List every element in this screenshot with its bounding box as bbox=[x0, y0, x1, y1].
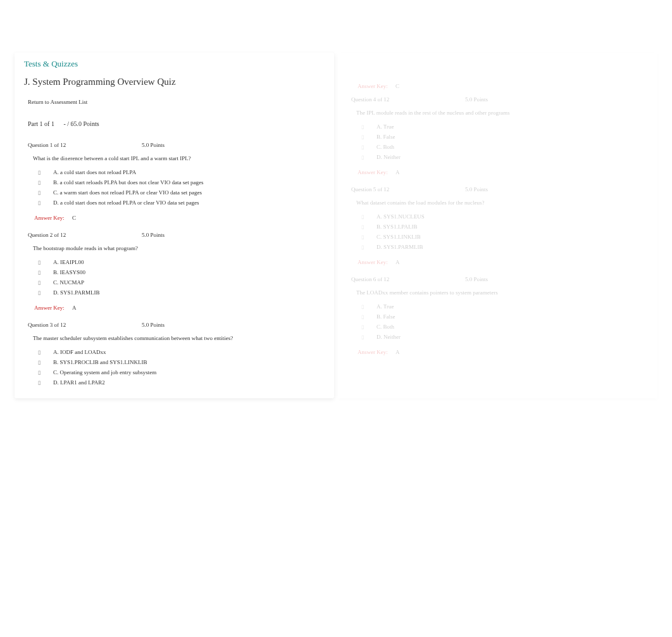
answer-option: ▯B. SYS1.LPALIB bbox=[361, 224, 648, 230]
question-text: The master scheduler subsystem establish… bbox=[24, 335, 325, 341]
answer-text: C. Both bbox=[376, 324, 394, 330]
answer-key-row: Answer Key: C bbox=[347, 78, 648, 92]
answer-option: ▯C. a warm start does not reload PLPA or… bbox=[38, 189, 325, 196]
question-text: The LOADxx member contains pointers to s… bbox=[347, 289, 648, 296]
answer-key-label: Answer Key: bbox=[358, 83, 388, 89]
question-text: What is the di±erence between a cold sta… bbox=[24, 155, 325, 161]
answer-key-value: A bbox=[395, 169, 400, 175]
answer-text: D. Neither bbox=[376, 154, 401, 160]
question-header: Question 2 of 12 5.0 Points bbox=[24, 230, 325, 240]
question-block: Question 6 of 12 5.0 Points The LOADxx m… bbox=[347, 274, 648, 358]
right-page: Answer Key: C Question 4 of 12 5.0 Point… bbox=[338, 53, 657, 398]
bullet-icon: ▯ bbox=[38, 370, 53, 375]
bullet-icon: ▯ bbox=[38, 280, 53, 286]
answer-text: C. a warm start does not reload PLPA or … bbox=[53, 189, 202, 196]
question-text: What dataset contains the load modules f… bbox=[347, 199, 648, 206]
answer-option: ▯C. SYS1.LINKLIB bbox=[361, 234, 648, 240]
bullet-icon: ▯ bbox=[361, 214, 376, 220]
answer-option: ▯D. LPAR1 and LPAR2 bbox=[38, 379, 325, 386]
answer-text: A. SYS1.NUCLEUS bbox=[376, 213, 425, 220]
question-number: Question 1 of 12 bbox=[28, 142, 142, 148]
question-points: 5.0 Points bbox=[142, 232, 165, 238]
quiz-title: J. System Programming Overview Quiz bbox=[24, 77, 325, 87]
answer-option: ▯B. a cold start reloads PLPA but does n… bbox=[38, 179, 325, 186]
bullet-icon: ▯ bbox=[361, 314, 376, 320]
answer-text: B. SYS1.LPALIB bbox=[376, 224, 417, 230]
answer-option: ▯A. IODF and LOADxx bbox=[38, 349, 325, 355]
answer-option: ▯C. NUCMAP bbox=[38, 279, 325, 286]
answer-text: D. a cold start does not reload PLPA or … bbox=[53, 199, 199, 206]
answer-key-label: Answer Key: bbox=[34, 215, 65, 221]
return-assessment-link[interactable]: Return to Assessment List bbox=[24, 96, 91, 108]
question-text: The IPL module reads in the rest of the … bbox=[347, 110, 648, 116]
bullet-icon: ▯ bbox=[38, 260, 53, 265]
answer-key-row: Answer Key: A bbox=[24, 300, 325, 313]
answer-option: ▯A. IEAIPL00 bbox=[38, 259, 325, 265]
answer-option: ▯B. False bbox=[361, 313, 648, 320]
answer-text: A. IEAIPL00 bbox=[53, 259, 84, 265]
answer-option: ▯B. SYS1.PROCLIB and SYS1.LINKLIB bbox=[38, 359, 325, 365]
answer-key-label: Answer Key: bbox=[358, 349, 388, 355]
question-number: Question 2 of 12 bbox=[28, 232, 142, 238]
answer-key-value: C bbox=[395, 83, 399, 89]
answer-text: B. IEASYS00 bbox=[53, 269, 85, 275]
answer-option: ▯D. Neither bbox=[361, 334, 648, 340]
bullet-icon: ▯ bbox=[361, 144, 376, 150]
answer-text: C. Operating system and job entry subsys… bbox=[53, 369, 156, 375]
answer-key-row: Answer Key: A bbox=[347, 164, 648, 178]
page-container: Tests & Quizzes J. System Programming Ov… bbox=[13, 51, 659, 400]
answer-key-row: Answer Key: A bbox=[347, 254, 648, 268]
answer-key-row: Answer Key: C bbox=[24, 210, 325, 224]
question-number: Question 3 of 12 bbox=[28, 322, 142, 328]
answer-list: ▯A. True ▯B. False ▯C. Both ▯D. Neither bbox=[347, 123, 648, 160]
answer-text: A. True bbox=[376, 123, 394, 130]
question-header: Question 6 of 12 5.0 Points bbox=[347, 274, 648, 284]
answer-text: B. False bbox=[376, 313, 395, 320]
answer-text: B. SYS1.PROCLIB and SYS1.LINKLIB bbox=[53, 359, 147, 365]
bullet-icon: ▯ bbox=[361, 324, 376, 330]
answer-key-row: Answer Key: A bbox=[347, 344, 648, 358]
answer-option: ▯C. Both bbox=[361, 144, 648, 150]
question-block: Question 2 of 12 5.0 Points The bootstra… bbox=[24, 230, 325, 313]
question-points: 5.0 Points bbox=[465, 276, 488, 282]
question-block: Question 1 of 12 5.0 Points What is the … bbox=[24, 140, 325, 224]
answer-key-label: Answer Key: bbox=[358, 169, 388, 175]
question-number: Question 4 of 12 bbox=[351, 96, 465, 103]
answer-key-value: A bbox=[395, 349, 400, 355]
bullet-icon: ▯ bbox=[38, 350, 53, 355]
answer-text: C. Both bbox=[376, 144, 394, 150]
question-header: Question 1 of 12 5.0 Points bbox=[24, 140, 325, 150]
part-info: Part 1 of 1 - / 65.0 Points bbox=[24, 120, 325, 127]
answer-text: C. SYS1.LINKLIB bbox=[376, 234, 421, 240]
answer-option: ▯C. Both bbox=[361, 324, 648, 330]
question-header: Question 5 of 12 5.0 Points bbox=[347, 184, 648, 194]
answer-key-value: A bbox=[395, 259, 400, 265]
answer-option: ▯C. Operating system and job entry subsy… bbox=[38, 369, 325, 375]
answer-option: ▯B. IEASYS00 bbox=[38, 269, 325, 275]
answer-list: ▯A. SYS1.NUCLEUS ▯B. SYS1.LPALIB ▯C. SYS… bbox=[347, 213, 648, 250]
answer-option: ▯D. Neither bbox=[361, 154, 648, 160]
bullet-icon: ▯ bbox=[361, 304, 376, 310]
answer-text: B. False bbox=[376, 134, 395, 140]
answer-list: ▯A. IEAIPL00 ▯B. IEASYS00 ▯C. NUCMAP ▯D.… bbox=[24, 259, 325, 296]
answer-option: ▯A. SYS1.NUCLEUS bbox=[361, 213, 648, 220]
answer-text: A. True bbox=[376, 303, 394, 310]
answer-option: ▯D. SYS1.PARMLIB bbox=[38, 289, 325, 296]
question-points: 5.0 Points bbox=[465, 96, 488, 103]
bullet-icon: ▯ bbox=[361, 155, 376, 160]
answer-option: ▯D. a cold start does not reload PLPA or… bbox=[38, 199, 325, 206]
question-block: Question 5 of 12 5.0 Points What dataset… bbox=[347, 184, 648, 268]
bullet-icon: ▯ bbox=[38, 180, 53, 186]
question-header: Question 4 of 12 5.0 Points bbox=[347, 94, 648, 104]
question-block: Question 3 of 12 5.0 Points The master s… bbox=[24, 320, 325, 386]
answer-list: ▯A. True ▯B. False ▯C. Both ▯D. Neither bbox=[347, 303, 648, 340]
question-text: The bootstrap module reads in what progr… bbox=[24, 245, 325, 251]
bullet-icon: ▯ bbox=[38, 380, 53, 386]
part-label: Part 1 of 1 bbox=[28, 120, 54, 127]
answer-key-label: Answer Key: bbox=[358, 259, 388, 265]
bullet-icon: ▯ bbox=[38, 290, 53, 296]
bullet-icon: ▯ bbox=[38, 360, 53, 365]
bullet-icon: ▯ bbox=[361, 124, 376, 130]
part-points: - / 65.0 Points bbox=[63, 120, 99, 127]
answer-text: D. SYS1.PARMLIB bbox=[53, 289, 99, 296]
